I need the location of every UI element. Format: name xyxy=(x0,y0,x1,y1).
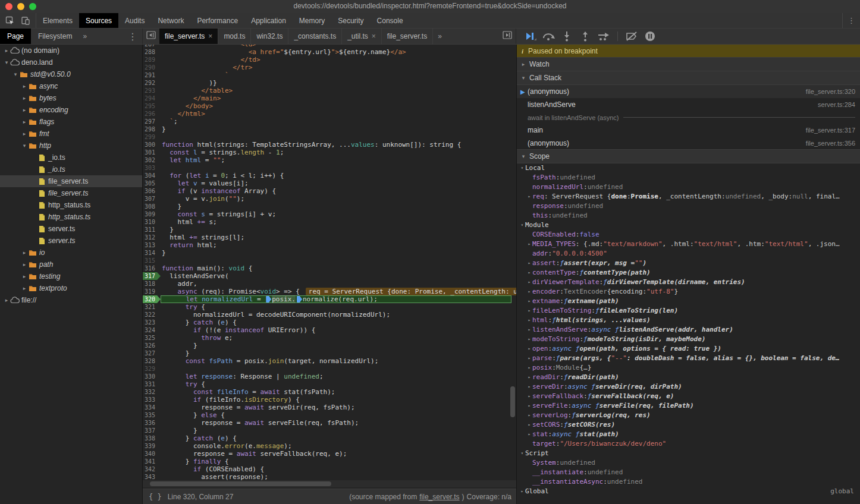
disclosure-triangle-icon[interactable]: ▾ xyxy=(4,59,10,65)
gutter-line-328[interactable]: 328 xyxy=(143,357,161,365)
gutter-line-298[interactable]: 298 xyxy=(143,125,161,133)
gutter-line-304[interactable]: 304 xyxy=(143,172,161,179)
scope-section-header[interactable]: ▾ Scope xyxy=(517,149,860,163)
disclosure-triangle-icon[interactable]: ▸ xyxy=(21,119,27,125)
gutter-line-325[interactable]: 325 xyxy=(143,334,161,342)
gutter-line-290[interactable]: 290 xyxy=(143,64,161,71)
gutter-line-316[interactable]: 316 xyxy=(143,264,161,272)
gutter-line-301[interactable]: 301 xyxy=(143,149,161,156)
navigator-tab-overflow[interactable]: » xyxy=(79,29,90,44)
tree-row--no-domain-[interactable]: ▸(no domain) xyxy=(0,45,142,56)
gutter-line-307[interactable]: 307 xyxy=(143,195,161,203)
gutter-line-331[interactable]: 331 xyxy=(143,380,161,388)
call-stack-frame-main[interactable]: mainfile_server.ts:317 xyxy=(517,124,860,137)
disclosure-triangle-icon[interactable]: ▾ xyxy=(12,71,18,77)
gutter-line-303[interactable]: 303 xyxy=(143,164,161,172)
gutter-line-341[interactable]: 341 xyxy=(143,458,161,465)
tree-row-http-status.ts[interactable]: http_status.ts xyxy=(0,211,142,223)
gutter-line-319[interactable]: 319 xyxy=(143,288,161,295)
tree-row-deno.land[interactable]: ▾deno.land xyxy=(0,56,142,68)
gutter-line-308[interactable]: 308 xyxy=(143,203,161,210)
disclosure-triangle-icon[interactable]: ▸ xyxy=(21,95,27,101)
gutter-line-294[interactable]: 294 xyxy=(143,94,161,102)
scope-row[interactable]: ▸posix: Module {…} xyxy=(517,363,860,373)
scope-row[interactable]: ▸Globalglobal xyxy=(517,487,860,496)
scope-row[interactable]: ▸contentType: ƒ contentType(path) xyxy=(517,268,860,278)
scope-row[interactable]: ▸open: async ƒ open(path, options = { re… xyxy=(517,344,860,354)
tree-row-io[interactable]: ▸io xyxy=(0,247,142,259)
watch-section-header[interactable]: ▸ Watch xyxy=(517,57,860,71)
gutter-line-315[interactable]: 315 xyxy=(143,257,161,264)
scope-row[interactable]: ▸serveDir: async ƒ serveDir(req, dirPath… xyxy=(517,382,860,392)
disclosure-triangle-icon[interactable]: ▸ xyxy=(519,487,525,496)
disclosure-triangle-icon[interactable]: ▾ xyxy=(519,220,525,230)
inspect-element-icon[interactable] xyxy=(2,14,18,27)
gutter-line-288[interactable]: 288 xyxy=(143,48,161,56)
gutter-line-309[interactable]: 309 xyxy=(143,210,161,218)
disclosure-triangle-icon[interactable]: ▸ xyxy=(4,48,10,53)
gutter-line-312[interactable]: 312 xyxy=(143,234,161,241)
disclosure-triangle-icon[interactable]: ▸ xyxy=(21,285,27,291)
gutter-line-320[interactable]: 320 xyxy=(143,295,161,303)
disclosure-triangle-icon[interactable]: ▾ xyxy=(519,449,525,458)
gutter-line-326[interactable]: 326 xyxy=(143,342,161,349)
tree-row-bytes[interactable]: ▸bytes xyxy=(0,92,142,104)
gutter-line-334[interactable]: 334 xyxy=(143,404,161,411)
scope-row[interactable]: ▸req: ServerRequest {done: Promise, _con… xyxy=(517,192,860,201)
scope-row[interactable]: ▸dirViewerTemplate: ƒ dirViewerTemplate(… xyxy=(517,278,860,287)
gutter-line-324[interactable]: 324 xyxy=(143,326,161,334)
disclosure-triangle-icon[interactable]: ▸ xyxy=(526,268,532,278)
disclosure-triangle-icon[interactable]: ▸ xyxy=(526,335,532,344)
editor-tab-file_server.ts[interactable]: file_server.ts xyxy=(382,29,433,44)
disclosure-triangle-icon[interactable]: ▸ xyxy=(526,240,532,249)
gutter-line-330[interactable]: 330 xyxy=(143,373,161,380)
inline-breakpoint-marker-icon[interactable] xyxy=(297,296,302,303)
disclosure-triangle-icon[interactable]: ▸ xyxy=(4,297,10,303)
tree-row-file---[interactable]: ▸file:// xyxy=(0,294,142,306)
step-out-icon[interactable] xyxy=(577,30,593,43)
tree-row-flags[interactable]: ▸flags xyxy=(0,116,142,128)
step-icon[interactable] xyxy=(596,30,611,43)
tree-row-encoding[interactable]: ▸encoding xyxy=(0,104,142,116)
disclosure-triangle-icon[interactable]: ▸ xyxy=(526,373,532,382)
gutter-line-323[interactable]: 323 xyxy=(143,319,161,326)
tree-row-textproto[interactable]: ▸textproto xyxy=(0,282,142,294)
gutter-line-335[interactable]: 335 xyxy=(143,411,161,419)
disclosure-triangle-icon[interactable]: ▸ xyxy=(526,382,532,392)
pause-on-exceptions-icon[interactable] xyxy=(642,30,658,43)
disclosure-triangle-icon[interactable]: ▸ xyxy=(526,287,532,297)
gutter-line-293[interactable]: 293 xyxy=(143,87,161,94)
call-stack-frame-anonymous[interactable]: (anonymous)file_server.ts:356 xyxy=(517,137,860,150)
call-stack-frame-anonymous[interactable]: ▶(anonymous)file_server.ts:320 xyxy=(517,85,860,98)
gutter-line-314[interactable]: 314 xyxy=(143,249,161,257)
disclosure-triangle-icon[interactable]: ▾ xyxy=(519,163,525,173)
editor-tab-overflow[interactable]: » xyxy=(433,29,447,44)
gutter-line-340[interactable]: 340 xyxy=(143,450,161,458)
call-stack-section-header[interactable]: ▾ Call Stack xyxy=(517,71,860,85)
tab-application[interactable]: Application xyxy=(244,13,293,28)
source-editor[interactable]: 287 <td>288 <a href="${entry.url}">${ent… xyxy=(143,45,516,504)
gutter-line-342[interactable]: 342 xyxy=(143,465,161,473)
gutter-line-291[interactable]: 291 xyxy=(143,71,161,79)
tree-row--io.ts[interactable]: _io.ts xyxy=(0,152,142,163)
vertical-scrollbar-thumb[interactable] xyxy=(510,386,515,417)
horizontal-scrollbar[interactable] xyxy=(143,480,516,487)
gutter-line-327[interactable]: 327 xyxy=(143,349,161,357)
scope-row[interactable]: ▸setCORS: ƒ setCORS(res) xyxy=(517,420,860,430)
disclosure-triangle-icon[interactable]: ▸ xyxy=(21,250,27,256)
gutter-line-302[interactable]: 302 xyxy=(143,156,161,164)
gutter-line-297[interactable]: 297 xyxy=(143,118,161,125)
disclosure-triangle-icon[interactable]: ▸ xyxy=(526,192,532,201)
disclosure-triangle-icon[interactable]: ▸ xyxy=(526,297,532,306)
editor-tab-_constants.ts[interactable]: _constants.ts xyxy=(288,29,342,44)
gutter-line-339[interactable]: 339 xyxy=(143,442,161,450)
scope-row[interactable]: ▸listenAndServe: async ƒ listenAndServe(… xyxy=(517,325,860,335)
scope-row[interactable]: ▸encoder: TextEncoder {encoding: "utf-8"… xyxy=(517,287,860,297)
tree-row--io.ts[interactable]: _io.ts xyxy=(0,163,142,175)
tree-row-http-status.ts[interactable]: http_status.ts xyxy=(0,199,142,211)
devtools-menu-icon[interactable]: ⋮ xyxy=(842,13,860,28)
gutter-line-299[interactable]: 299 xyxy=(143,133,161,141)
scope-row[interactable]: ▾Module xyxy=(517,220,860,230)
pretty-print-button[interactable]: { } xyxy=(143,493,168,501)
tab-memory[interactable]: Memory xyxy=(293,13,331,28)
